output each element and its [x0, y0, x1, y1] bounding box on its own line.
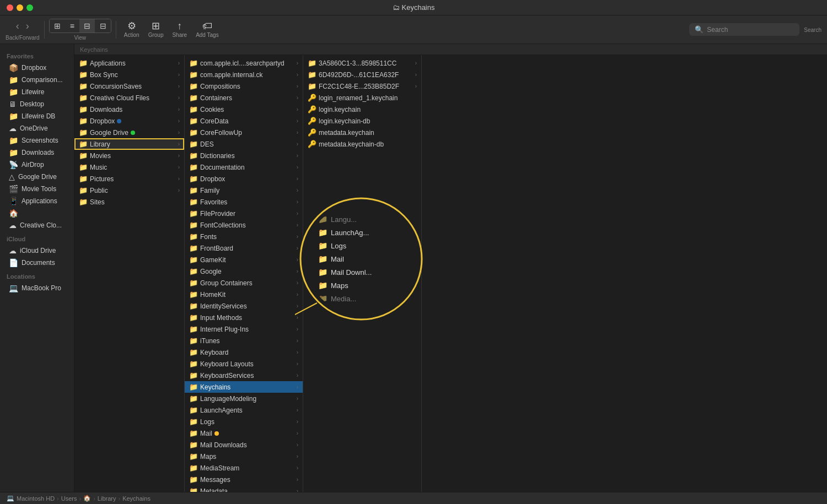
- statusbar-macintoshhd: Macintosh HD: [17, 495, 55, 502]
- list-item[interactable]: 📁 Favorites ›: [185, 196, 303, 208]
- list-item[interactable]: 📁 CoreFollowUp ›: [185, 127, 303, 138]
- list-item[interactable]: 📁 Fonts ›: [185, 231, 303, 242]
- list-item[interactable]: 📁 Input Methods ›: [185, 312, 303, 323]
- list-item[interactable]: 📁 Dictionaries ›: [185, 150, 303, 161]
- sidebar-item-lifewiredb[interactable]: 📁 Lifewire DB: [2, 110, 72, 122]
- list-item[interactable]: 📁 Google Drive ›: [74, 127, 184, 138]
- list-item[interactable]: 📁 Downloads ›: [74, 104, 184, 115]
- list-item[interactable]: 📁 HomeKit ›: [185, 289, 303, 300]
- view-gallery-btn[interactable]: ⊟: [95, 19, 111, 32]
- list-item[interactable]: 🔑 login.keychain-db: [303, 115, 421, 127]
- list-item[interactable]: 📁 CoreData ›: [185, 115, 303, 127]
- list-item[interactable]: 📁 Dropbox ›: [74, 115, 184, 127]
- sidebar-item-creativecloud[interactable]: ☁ Creative Clo...: [2, 219, 72, 231]
- list-item[interactable]: 📁 Logs ›: [185, 416, 303, 427]
- sidebar-item-comparison[interactable]: 📁 Comparison...: [2, 74, 72, 86]
- back-button[interactable]: ‹: [13, 18, 23, 34]
- view-icon-btn[interactable]: ⊞: [50, 19, 65, 32]
- list-item[interactable]: 📁 Applications ›: [74, 57, 184, 69]
- list-item[interactable]: 📁 Documentation ›: [185, 161, 303, 173]
- close-button[interactable]: [7, 4, 13, 11]
- group-btn[interactable]: ⊞ Group: [145, 19, 167, 40]
- list-item[interactable]: 📁 Google ›: [185, 265, 303, 277]
- sidebar-item-desktop[interactable]: 🖥 Desktop: [2, 98, 72, 110]
- list-item[interactable]: 📁 GameKit ›: [185, 254, 303, 265]
- addtags-btn[interactable]: 🏷 Add Tags: [192, 19, 222, 40]
- list-item[interactable]: 📁 3A5860C1-3...8598511CC ›: [303, 57, 421, 69]
- fullscreen-button[interactable]: [26, 4, 33, 11]
- item-name: Containers: [200, 94, 232, 102]
- list-item[interactable]: 📁 KeyboardServices ›: [185, 370, 303, 381]
- sidebar-item-home[interactable]: 🏠: [2, 207, 72, 219]
- search-input[interactable]: [707, 26, 784, 34]
- sidebar-item-googledrive[interactable]: △ Google Drive: [2, 171, 72, 183]
- list-item[interactable]: 📁 Dropbox ›: [185, 173, 303, 185]
- folder-icon: 📁: [189, 117, 198, 125]
- sidebar-item-dropbox[interactable]: 📦 Dropbox: [2, 62, 72, 74]
- list-item[interactable]: 📁 Internet Plug-Ins ›: [185, 323, 303, 335]
- list-item[interactable]: 🔑 metadata.keychain: [303, 127, 421, 138]
- sidebar-item-applications[interactable]: 📱 Applications: [2, 195, 72, 207]
- list-item[interactable]: 📁 Public ›: [74, 185, 184, 196]
- sidebar-item-iclouddrive[interactable]: ☁ iCloud Drive: [2, 245, 72, 257]
- columns-header: Keychains: [74, 44, 827, 55]
- minimize-button[interactable]: [17, 4, 23, 11]
- list-item[interactable]: 📁 Mail ›: [185, 427, 303, 439]
- library-item[interactable]: 📁 Library ›: [74, 138, 184, 150]
- view-list-btn[interactable]: ≡: [66, 19, 79, 32]
- list-item[interactable]: 🔑 login.keychain: [303, 104, 421, 115]
- sidebar-item-documents[interactable]: 📄 Documents: [2, 257, 72, 269]
- list-item[interactable]: 📁 IdentityServices ›: [185, 300, 303, 312]
- sidebar-item-airdrop[interactable]: 📡 AirDrop: [2, 159, 72, 171]
- share-btn[interactable]: ↑ Share: [169, 19, 190, 40]
- list-item[interactable]: 📁 Creative Cloud Files ›: [74, 92, 184, 104]
- list-item[interactable]: 📁 6D492D6D-...61C1EA632F ›: [303, 69, 421, 80]
- sidebar-item-lifewire[interactable]: 📁 Lifewire: [2, 86, 72, 98]
- list-item[interactable]: 📁 Keyboard ›: [185, 346, 303, 358]
- list-item[interactable]: 📁 Family ›: [185, 185, 303, 196]
- list-item[interactable]: 📁 FileProvider ›: [185, 208, 303, 219]
- list-item[interactable]: 📁 Maps ›: [185, 451, 303, 462]
- list-item[interactable]: 📁 LanguageModeling ›: [185, 393, 303, 404]
- list-item[interactable]: 📁 com.apple.internal.ck ›: [185, 69, 303, 80]
- list-item[interactable]: 📁 Containers ›: [185, 92, 303, 104]
- list-item[interactable]: 🔑 metadata.keychain-db: [303, 138, 421, 150]
- list-item[interactable]: 📁 Mail Downloads ›: [185, 439, 303, 451]
- list-item[interactable]: 📁 ConcursionSaves ›: [74, 80, 184, 92]
- list-item[interactable]: 📁 Movies ›: [74, 150, 184, 161]
- list-item[interactable]: 📁 MediaStream ›: [185, 462, 303, 474]
- sidebar-item-macbookpro[interactable]: 💻 MacBook Pro: [2, 282, 72, 294]
- list-item[interactable]: 📁 Music ›: [74, 161, 184, 173]
- list-item[interactable]: 📁 Sites: [74, 196, 184, 208]
- list-item[interactable]: 📁 Box Sync ›: [74, 69, 184, 80]
- list-item[interactable]: 📁 FC2C1C48-E...253B85D2F ›: [303, 80, 421, 92]
- sidebar-item-screenshots[interactable]: 📁 Screenshots: [2, 134, 72, 147]
- list-item[interactable]: 📁 Group Containers ›: [185, 277, 303, 289]
- sidebar-item-onedrive[interactable]: ☁ OneDrive: [2, 122, 72, 134]
- sidebar-item-movietools[interactable]: 🎬 Movie Tools: [2, 183, 72, 195]
- list-item[interactable]: 📁 Cookies ›: [185, 104, 303, 115]
- nav-section: ‹ › Back/Forward: [6, 18, 40, 41]
- list-item[interactable]: 📁 DES ›: [185, 138, 303, 150]
- keychains-item[interactable]: 📁 Keychains ›: [185, 381, 303, 393]
- list-item[interactable]: 📁 LaunchAgents ›: [185, 404, 303, 416]
- list-item[interactable]: 📁 Compositions ›: [185, 80, 303, 92]
- view-columns-btn[interactable]: ⊟: [79, 19, 95, 32]
- list-item[interactable]: 📁 com.apple.icl....searchpartyd ›: [185, 57, 303, 69]
- list-item[interactable]: 📁 FontCollections ›: [185, 219, 303, 231]
- chevron-right-icon: ›: [297, 176, 298, 182]
- action-btn[interactable]: ⚙ Action: [121, 19, 143, 40]
- chevron-right-icon: ›: [178, 60, 180, 66]
- list-item[interactable]: 📁 Keyboard Layouts ›: [185, 358, 303, 370]
- list-item[interactable]: 📁 Metadata ›: [185, 485, 303, 492]
- list-item[interactable]: 📁 FrontBoard ›: [185, 242, 303, 254]
- list-item[interactable]: 📁 iTunes ›: [185, 335, 303, 346]
- list-item[interactable]: 📁 Pictures ›: [74, 173, 184, 185]
- folder-icon: 📁: [189, 232, 198, 241]
- forward-button[interactable]: ›: [23, 18, 33, 34]
- item-name: FileProvider: [200, 210, 235, 218]
- item-name: Compositions: [200, 83, 240, 90]
- list-item[interactable]: 📁 Messages ›: [185, 474, 303, 485]
- sidebar-item-downloads[interactable]: 📁 Downloads: [2, 147, 72, 159]
- list-item[interactable]: 🔑 login_renamed_1.keychain: [303, 92, 421, 104]
